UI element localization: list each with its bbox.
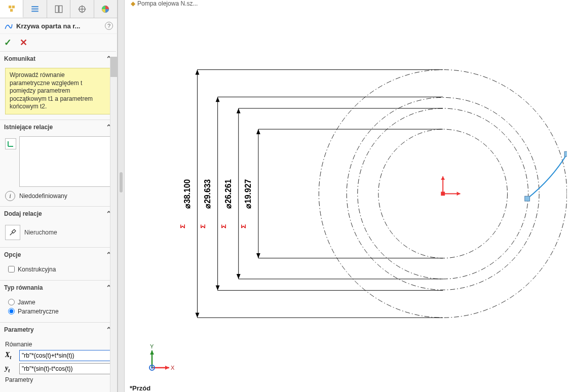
equation-label: Równanie <box>5 341 111 348</box>
dimension-d2[interactable]: ⌀29.633 Σ <box>199 97 219 290</box>
svg-text:Σ: Σ <box>220 224 227 228</box>
section-eq-type: Typ równania ⌃ Jawne Parametryczne <box>0 280 116 322</box>
x-param-label: Xt <box>5 351 16 360</box>
svg-rect-47 <box>525 196 530 201</box>
cancel-button[interactable]: ✕ <box>20 37 27 48</box>
svg-text:⌀38.100: ⌀38.100 <box>183 179 192 209</box>
svg-text:Y: Y <box>150 344 154 349</box>
explicit-label[interactable]: Jawne <box>18 299 35 306</box>
svg-text:Σ: Σ <box>179 224 186 228</box>
x-equation-input[interactable] <box>19 350 111 361</box>
accept-button[interactable]: ✓ <box>4 37 12 48</box>
params-sublabel: Parametry <box>5 376 111 383</box>
info-icon: i <box>5 191 15 201</box>
help-icon[interactable]: ? <box>105 22 113 30</box>
section-head-message[interactable]: Komunikat ⌃ <box>0 52 116 66</box>
tab-property-mgr[interactable] <box>23 0 47 18</box>
construction-label[interactable]: Konstrukcyjna <box>18 266 56 273</box>
svg-marker-44 <box>256 253 260 258</box>
sketch-view: ⌀38.100 Σ ⌀29.633 Σ ⌀26.261 Σ <box>160 56 567 351</box>
parametric-radio[interactable] <box>8 308 15 315</box>
svg-rect-7 <box>59 6 62 13</box>
equation-curve[interactable] <box>525 151 567 201</box>
sketch-origin <box>441 176 460 195</box>
dimension-d4[interactable]: ⌀19.927 Σ <box>240 129 260 258</box>
panel-title: Krzywa oparta na r... <box>16 22 105 30</box>
svg-marker-15 <box>457 191 461 195</box>
svg-point-56 <box>151 367 153 369</box>
section-label: Komunikat <box>4 55 35 62</box>
scrollbar-thumb[interactable] <box>110 57 117 77</box>
section-message: Komunikat ⌃ Wprowadź równanie parametryc… <box>0 51 116 120</box>
existing-relations-list[interactable] <box>19 136 111 187</box>
tab-appearance[interactable] <box>94 0 117 18</box>
svg-rect-2 <box>10 9 13 11</box>
dimension-d3[interactable]: ⌀26.261 Σ <box>220 108 240 279</box>
svg-marker-28 <box>196 70 200 75</box>
document-title: ◆ Pompa olejowa N.sz... <box>131 0 198 7</box>
fix-relation-label: Nieruchome <box>24 229 57 236</box>
section-existing-rel: Istniejące relacje ⌃ i Niedodefiniowany <box>0 120 116 206</box>
svg-rect-48 <box>564 151 567 156</box>
svg-rect-0 <box>9 6 11 8</box>
section-label: Opcje <box>4 251 21 258</box>
section-options: Opcje ⌃ Konstrukcyjna <box>0 247 116 280</box>
svg-marker-38 <box>237 108 241 113</box>
svg-text:⌀26.261: ⌀26.261 <box>224 179 233 209</box>
svg-marker-39 <box>237 274 241 279</box>
section-label: Typ równania <box>4 284 43 291</box>
section-label: Dodaj relacje <box>4 210 42 217</box>
explicit-radio[interactable] <box>8 299 15 305</box>
section-head-options[interactable]: Opcje ⌃ <box>0 248 116 262</box>
svg-marker-50 <box>165 366 169 370</box>
panel-tabs <box>0 0 117 18</box>
message-box: Wprowadź równanie parametryczne względem… <box>5 68 111 114</box>
svg-marker-53 <box>150 350 154 355</box>
svg-text:Σ: Σ <box>199 224 207 228</box>
svg-marker-43 <box>256 129 260 134</box>
section-head-params[interactable]: Parametry ⌃ <box>0 323 116 337</box>
y-param-label: yt <box>5 364 16 373</box>
view-triad: X Y <box>145 344 175 375</box>
part-icon: ◆ <box>131 0 135 7</box>
svg-rect-3 <box>31 6 39 7</box>
relation-type-icon <box>5 138 16 149</box>
section-label: Istniejące relacje <box>4 124 53 131</box>
svg-rect-5 <box>31 11 39 12</box>
panel-scrollbar[interactable] <box>110 57 117 392</box>
panel-scroll[interactable]: Komunikat ⌃ Wprowadź równanie parametryc… <box>0 51 117 392</box>
svg-marker-29 <box>196 312 200 318</box>
curve-equation-icon <box>4 21 13 30</box>
svg-text:X: X <box>171 365 175 371</box>
graphics-viewport[interactable]: ◆ Pompa olejowa N.sz... <box>125 0 572 392</box>
svg-text:⌀19.927: ⌀19.927 <box>244 179 252 209</box>
svg-rect-1 <box>12 6 14 8</box>
svg-rect-4 <box>31 8 39 9</box>
tab-dimxpert[interactable] <box>70 0 94 18</box>
panel-splitter[interactable] <box>118 0 125 392</box>
parametric-label[interactable]: Parametryczne <box>18 308 59 315</box>
section-params: Parametry ⌃ Równanie Xt yt Parametry <box>0 322 116 389</box>
panel-actions: ✓ ✕ <box>0 34 117 51</box>
property-panel: Krzywa oparta na r... ? ✓ ✕ Komunikat ⌃ … <box>0 0 118 392</box>
svg-rect-6 <box>55 6 58 13</box>
section-head-eq-type[interactable]: Typ równania ⌃ <box>0 281 116 295</box>
definition-status: Niedodefiniowany <box>19 192 67 200</box>
svg-marker-33 <box>216 97 220 102</box>
svg-marker-17 <box>441 176 445 180</box>
svg-text:⌀29.633: ⌀29.633 <box>203 179 212 209</box>
panel-title-row: Krzywa oparta na r... ? <box>0 18 117 34</box>
tab-config-mgr[interactable] <box>47 0 70 18</box>
section-add-rel: Dodaj relacje ⌃ Nieruchome <box>0 206 116 247</box>
svg-marker-34 <box>216 286 220 291</box>
view-name-label: *Przód <box>130 384 150 392</box>
section-head-add-rel[interactable]: Dodaj relacje ⌃ <box>0 207 116 221</box>
fix-relation-button[interactable] <box>5 225 20 240</box>
section-label: Parametry <box>4 326 34 333</box>
y-equation-input[interactable] <box>19 363 111 374</box>
svg-rect-18 <box>441 191 445 195</box>
dimension-d1[interactable]: ⌀38.100 Σ <box>179 70 199 318</box>
construction-checkbox[interactable] <box>8 266 15 272</box>
section-head-existing[interactable]: Istniejące relacje ⌃ <box>0 120 116 134</box>
tab-feature-tree[interactable] <box>0 0 23 18</box>
